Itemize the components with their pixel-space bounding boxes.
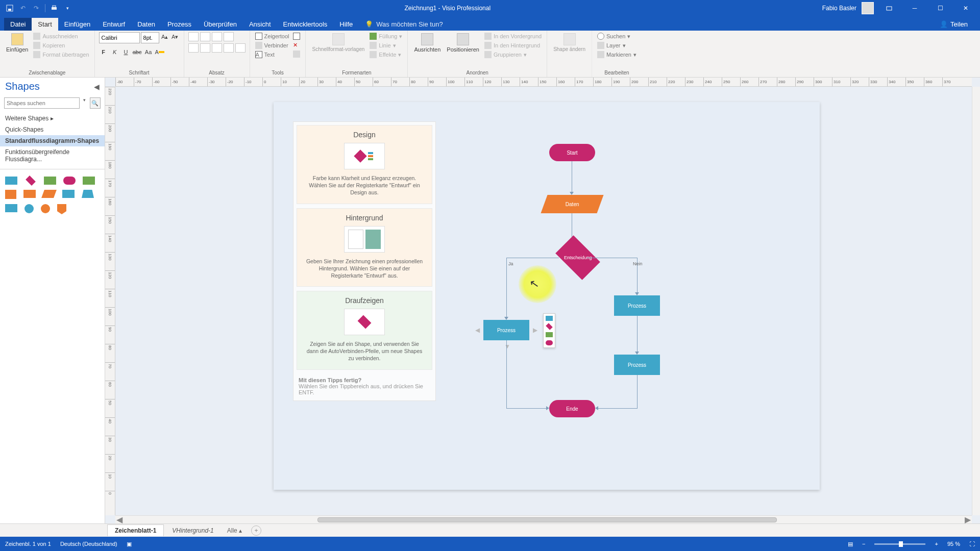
- zoom-in-button[interactable]: +: [935, 541, 938, 547]
- close-button[interactable]: ✕: [955, 0, 976, 16]
- share-button[interactable]: 👤 Teilen: [935, 18, 973, 31]
- align-left-button[interactable]: [188, 43, 199, 53]
- stencil-terminator2[interactable]: [83, 177, 95, 185]
- drawing-page[interactable]: Design Farbe kann Klarheit und Eleganz e…: [274, 102, 820, 490]
- zoom-level[interactable]: 95 %: [947, 541, 960, 547]
- stencil-custom1[interactable]: [82, 190, 94, 198]
- maximize-button[interactable]: ☐: [930, 0, 950, 16]
- paste-button[interactable]: Einfügen: [4, 32, 30, 54]
- layer-button[interactable]: Layer ▾: [596, 41, 638, 49]
- find-button[interactable]: Suchen ▾: [596, 32, 638, 40]
- stencil-connector[interactable]: [24, 204, 34, 213]
- shape-data[interactable]: Daten: [544, 195, 600, 213]
- line-button[interactable]: Linie ▾: [369, 41, 403, 49]
- popup-subprocess-shape[interactable]: [546, 332, 553, 337]
- cut-button[interactable]: Ausschneiden: [32, 32, 90, 40]
- font-color-button[interactable]: A: [155, 47, 164, 57]
- indent-inc-button[interactable]: [235, 43, 246, 53]
- shape-process-left[interactable]: Prozess: [483, 320, 529, 340]
- copy-button[interactable]: Kopieren: [32, 41, 90, 49]
- popup-process-shape[interactable]: [546, 316, 553, 321]
- send-back-button[interactable]: In den Hintergrund: [483, 41, 543, 49]
- zoom-slider-knob[interactable]: [899, 541, 903, 547]
- print-icon[interactable]: [50, 4, 59, 13]
- italic-button[interactable]: K: [110, 47, 119, 57]
- pointer-tool-button[interactable]: Zeigertool: [254, 32, 290, 40]
- user-avatar[interactable]: [862, 2, 874, 14]
- tab-view[interactable]: Ansicht: [243, 18, 277, 31]
- font-size-select[interactable]: [141, 32, 159, 43]
- shape-start[interactable]: Start: [549, 144, 595, 161]
- cross-functional-category[interactable]: Funktionsübergreifende Flussdiagra...: [0, 146, 105, 165]
- indent-dec-button[interactable]: [224, 43, 234, 53]
- zoom-slider[interactable]: [874, 543, 925, 545]
- view-presentation-icon[interactable]: ▤: [848, 541, 853, 547]
- add-page-button[interactable]: +: [251, 525, 261, 536]
- change-shape-button[interactable]: Shape ändern: [551, 32, 587, 53]
- autoconnect-down-icon[interactable]: ▼: [504, 343, 510, 350]
- position-button[interactable]: Positionieren: [445, 32, 481, 54]
- autoconnect-left-icon[interactable]: ◀: [475, 327, 480, 334]
- bold-button[interactable]: F: [99, 47, 108, 57]
- tab-data[interactable]: Daten: [131, 18, 161, 31]
- grow-font-button[interactable]: A▴: [160, 32, 169, 41]
- undo-icon[interactable]: ↶: [18, 4, 28, 13]
- page-tab-background[interactable]: VHintergrund-1: [165, 525, 220, 536]
- shape-process-right1[interactable]: Prozess: [614, 295, 660, 316]
- connector[interactable]: [637, 316, 638, 353]
- stencil-database[interactable]: [23, 190, 36, 198]
- qat-dropdown-icon[interactable]: ▾: [63, 4, 72, 13]
- collapse-panel-button[interactable]: ◀: [94, 83, 100, 91]
- close-tool-button[interactable]: ✕: [292, 41, 301, 49]
- stencil-terminator[interactable]: [63, 177, 76, 185]
- stencil-process[interactable]: [5, 177, 17, 185]
- align-button[interactable]: Ausrichten: [412, 32, 443, 54]
- quick-shapes-popup[interactable]: [543, 313, 555, 348]
- clear-format-button[interactable]: [224, 32, 234, 41]
- popup-terminator-shape[interactable]: [546, 340, 553, 345]
- connector[interactable]: [572, 161, 572, 193]
- stencil-custom3[interactable]: [57, 204, 66, 214]
- quick-shapes-category[interactable]: Quick-Shapes: [0, 124, 105, 135]
- connector[interactable]: [586, 258, 638, 258]
- stencil-data[interactable]: [41, 190, 57, 198]
- more-shapes-menu[interactable]: Weitere Shapes ▸: [0, 113, 105, 124]
- minimize-button[interactable]: ─: [904, 0, 925, 16]
- shape-end[interactable]: Ende: [549, 400, 595, 417]
- stencil-data2[interactable]: [5, 190, 16, 199]
- stencil-custom2[interactable]: [5, 204, 17, 212]
- shapes-search-input[interactable]: [4, 97, 80, 109]
- basic-flowchart-category[interactable]: Standardflussdiagramm-Shapes: [0, 135, 105, 146]
- format-painter-button[interactable]: Format übertragen: [32, 51, 90, 59]
- stencil-subprocess[interactable]: [44, 177, 56, 185]
- save-icon[interactable]: [5, 4, 14, 13]
- connector[interactable]: [637, 375, 638, 408]
- status-language[interactable]: Deutsch (Deutschland): [60, 541, 117, 547]
- tab-help[interactable]: Hilfe: [333, 18, 359, 31]
- stencil-offpage[interactable]: [41, 204, 50, 213]
- rectangle-tool-button[interactable]: [292, 32, 301, 40]
- scroll-thumb[interactable]: [317, 517, 777, 522]
- tab-file[interactable]: Datei: [4, 18, 32, 31]
- align-middle-button[interactable]: [200, 32, 210, 41]
- ribbon-display-icon[interactable]: [879, 0, 899, 16]
- stencil-decision[interactable]: [26, 176, 36, 186]
- macro-record-icon[interactable]: ▣: [127, 541, 132, 547]
- vertical-scrollbar[interactable]: [972, 87, 980, 515]
- align-top-button[interactable]: [188, 32, 199, 41]
- rotate-tool-button[interactable]: [292, 50, 301, 58]
- font-name-select[interactable]: [99, 32, 140, 43]
- bullets-button[interactable]: [212, 32, 222, 41]
- fit-page-button[interactable]: ⛶: [969, 541, 975, 547]
- drawing-canvas[interactable]: Design Farbe kann Klarheit und Eleganz e…: [115, 87, 972, 515]
- fill-button[interactable]: Füllung ▾: [369, 32, 403, 40]
- shape-process-right2[interactable]: Prozess: [614, 355, 660, 375]
- tab-developer[interactable]: Entwicklertools: [277, 18, 334, 31]
- connector[interactable]: [506, 258, 559, 258]
- tab-review[interactable]: Überprüfen: [198, 18, 243, 31]
- stencil-external[interactable]: [62, 190, 75, 198]
- tell-me-search[interactable]: 💡 Was möchten Sie tun?: [359, 18, 449, 31]
- redo-icon[interactable]: ↷: [32, 4, 41, 13]
- connector[interactable]: [506, 340, 507, 408]
- tab-home[interactable]: Start: [32, 18, 58, 31]
